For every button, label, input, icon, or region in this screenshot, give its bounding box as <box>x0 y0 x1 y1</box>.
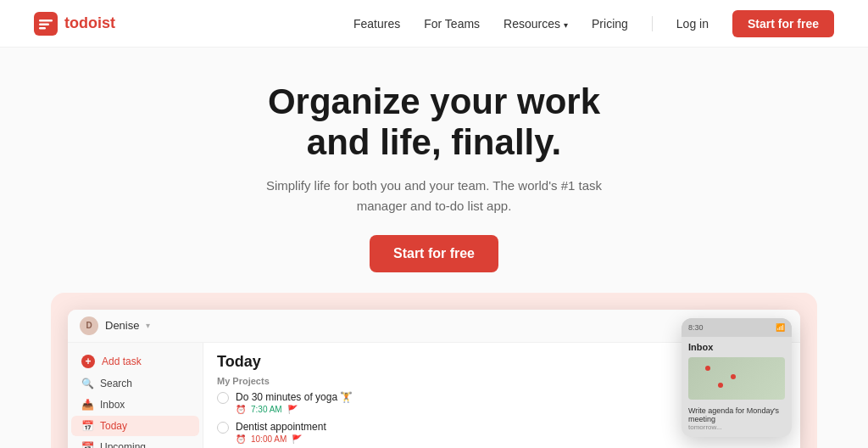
task-name-2: Dentist appointment <box>236 421 326 433</box>
svg-rect-1 <box>39 20 53 22</box>
task-info-1: Do 30 minutes of yoga 🏋 ⏰ 7:30 AM 🚩 <box>236 391 353 414</box>
mobile-time: 8:30 <box>688 323 704 332</box>
map-dot-2 <box>731 374 736 379</box>
sidebar-item-upcoming[interactable]: 📆 Upcoming <box>71 437 199 448</box>
nav-cta-button[interactable]: Start for free <box>732 10 834 37</box>
task-info-2: Dentist appointment ⏰ 10:00 AM 🚩 <box>236 421 326 444</box>
sidebar-inbox-label: Inbox <box>100 399 125 411</box>
sidebar-today-label: Today <box>100 420 127 432</box>
map-dot-3 <box>718 383 723 388</box>
nav-resources[interactable]: Resources <box>504 17 568 31</box>
svg-rect-3 <box>39 27 46 30</box>
logo[interactable]: todoist <box>34 12 115 36</box>
task-meta-2: ⏰ 10:00 AM 🚩 <box>236 434 326 444</box>
user-name: Denise <box>105 319 139 332</box>
mobile-card-header: 8:30 📶 <box>682 318 792 337</box>
task-meta-1: ⏰ 7:30 AM 🚩 <box>236 405 353 414</box>
task-name-1: Do 30 minutes of yoga 🏋 <box>236 391 353 403</box>
nav-for-teams[interactable]: For Teams <box>424 17 480 31</box>
add-task-label: Add task <box>102 356 142 367</box>
hero-cta-button[interactable]: Start for free <box>370 235 498 272</box>
add-task-icon: + <box>81 355 95 368</box>
user-chevron-icon: ▾ <box>146 321 150 330</box>
task-time-1: 7:30 AM <box>251 405 282 414</box>
task-checkbox-2[interactable] <box>217 422 229 434</box>
mobile-signal-icon: 📶 <box>776 323 785 332</box>
main-title: Today <box>217 353 261 371</box>
hero-section: Organize your work and life, finally. Si… <box>0 48 868 293</box>
brand-name: todoist <box>64 14 115 32</box>
login-link[interactable]: Log in <box>676 17 709 31</box>
flag-icon-2: 🚩 <box>292 434 302 444</box>
task-time-2: 10:00 AM <box>251 434 287 444</box>
mobile-footer-text: Write agenda for Monday's meeting <box>688 406 785 423</box>
clock-icon-2: ⏰ <box>236 434 246 444</box>
sidebar-upcoming-label: Upcoming <box>100 441 146 448</box>
flag-icon-1: 🚩 <box>287 405 298 414</box>
sidebar-search-label: Search <box>100 378 132 389</box>
avatar: D <box>80 316 98 335</box>
sidebar-add-task[interactable]: + Add task <box>71 350 199 372</box>
mobile-footer-sub: tomorrow... <box>688 423 785 431</box>
mobile-card: 8:30 📶 Inbox Write agenda for Monday's m… <box>682 318 792 437</box>
task-checkbox-1[interactable] <box>217 392 229 404</box>
sidebar: + Add task 🔍 Search 📥 Inbox 📅 Today 📆 <box>68 343 203 448</box>
hero-headline: Organize your work and life, finally. <box>17 81 851 164</box>
nav-features[interactable]: Features <box>353 17 400 31</box>
mobile-inbox-title: Inbox <box>682 337 792 354</box>
inbox-icon: 📥 <box>81 399 93 411</box>
sidebar-item-search[interactable]: 🔍 Search <box>71 373 199 394</box>
nav-pricing[interactable]: Pricing <box>592 17 628 31</box>
app-preview-area: D Denise ▾ 🔔 ▦ + Add task 🔍 Search <box>51 293 817 448</box>
upcoming-icon: 📆 <box>81 441 93 448</box>
sidebar-item-today[interactable]: 📅 Today <box>71 416 199 436</box>
search-icon: 🔍 <box>81 378 93 389</box>
svg-rect-2 <box>39 23 49 25</box>
titlebar-left: D Denise ▾ <box>80 316 150 335</box>
clock-icon-1: ⏰ <box>236 405 246 414</box>
navbar: todoist Features For Teams Resources Pri… <box>0 0 868 48</box>
nav-divider <box>652 16 653 31</box>
hero-subtext: Simplify life for both you and your team… <box>264 176 604 216</box>
sidebar-item-inbox[interactable]: 📥 Inbox <box>71 395 199 415</box>
mobile-card-footer: Write agenda for Monday's meeting tomorr… <box>682 403 792 434</box>
todoist-logo-icon <box>34 12 58 36</box>
map-dot-1 <box>705 366 710 371</box>
resources-chevron-icon <box>564 17 568 31</box>
nav-links: Features For Teams Resources Pricing Log… <box>353 10 834 37</box>
mobile-map <box>688 357 785 400</box>
today-icon: 📅 <box>81 420 93 432</box>
